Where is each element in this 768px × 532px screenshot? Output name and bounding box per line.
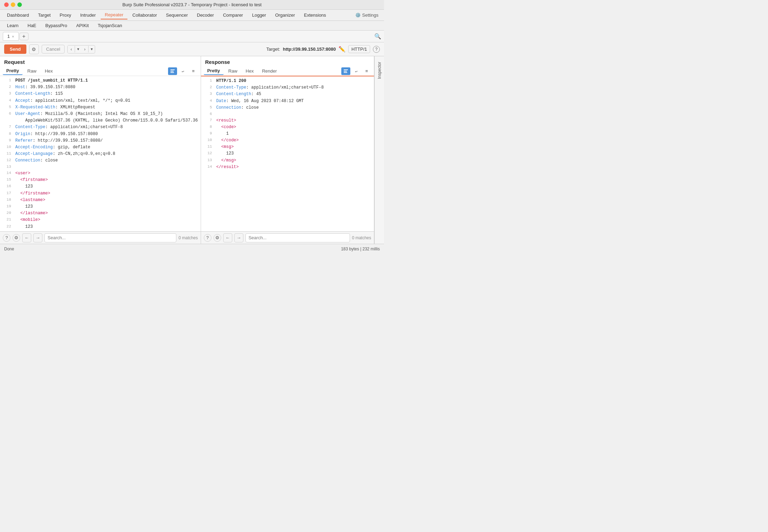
close-button[interactable] — [4, 2, 9, 7]
add-tab-button[interactable]: + — [19, 33, 28, 40]
code-line: 4 Date: Wed, 16 Aug 2023 07:48:12 GMT — [201, 98, 374, 105]
request-tab-pretty[interactable]: Pretty — [3, 67, 23, 75]
nav-intruder[interactable]: Intruder — [76, 11, 100, 19]
request-search-input[interactable] — [44, 233, 176, 242]
request-help-icon[interactable]: ? — [3, 234, 10, 242]
response-panel: Response Pretty Raw Hex Render ↵ ≡ 1 HTT… — [201, 56, 374, 244]
response-help-icon[interactable]: ? — [204, 234, 211, 242]
minimize-button[interactable] — [11, 2, 15, 7]
code-line: 11 <msg> — [201, 144, 374, 150]
inspector-sidebar[interactable]: Inspector — [374, 56, 384, 244]
nav-dashboard[interactable]: Dashboard — [3, 11, 33, 19]
request-more-icon[interactable]: ≡ — [189, 67, 198, 75]
response-tab-raw[interactable]: Raw — [225, 67, 241, 75]
nav-hae[interactable]: HaE — [23, 22, 40, 30]
edit-target-icon[interactable]: ✏️ — [339, 46, 345, 52]
code-line: 6 — [201, 111, 374, 117]
response-tab-pretty[interactable]: Pretty — [204, 67, 224, 75]
nav-forward-dropdown[interactable]: ▼ — [88, 46, 95, 52]
code-line: 9 1 — [201, 131, 374, 137]
response-tab-hex[interactable]: Hex — [242, 67, 257, 75]
inspector-label[interactable]: Inspector — [377, 59, 382, 82]
code-line: 2 Content-Type: application/xml;charset=… — [201, 84, 374, 91]
request-code[interactable]: 1 POST /just_sumbit_it HTTP/1.1 2 Host: … — [0, 76, 201, 231]
code-line: 12 Connection: close — [0, 157, 201, 164]
response-search-input[interactable] — [245, 233, 350, 242]
code-line: 8 <code> — [201, 124, 374, 131]
tab-close-icon[interactable]: × — [12, 34, 14, 39]
send-button[interactable]: Send — [4, 44, 26, 54]
response-matches-count: 0 matches — [352, 235, 371, 240]
nav-back-dropdown[interactable]: ▼ — [75, 46, 81, 52]
help-icon[interactable]: ? — [373, 46, 380, 53]
repeater-tabs: 1 × + 🔍 — [0, 31, 384, 42]
request-tab-raw[interactable]: Raw — [24, 67, 40, 75]
status-info: 183 bytes | 232 millis — [341, 247, 380, 251]
tabs-search-icon[interactable]: 🔍 — [374, 33, 381, 40]
nav-bypasspro[interactable]: BypassPro — [41, 22, 72, 30]
request-prev-button[interactable]: ← — [22, 233, 31, 242]
nav-repeater[interactable]: Repeater — [101, 11, 127, 19]
nav-tsojanscan[interactable]: TsjojanScan — [94, 22, 126, 30]
code-line: 3 Content-Length: 45 — [201, 91, 374, 98]
code-line: 16 123 — [0, 183, 201, 190]
nav-collaborator[interactable]: Collaborator — [128, 11, 161, 19]
request-next-button[interactable]: → — [33, 233, 42, 242]
response-word-wrap-icon[interactable] — [341, 67, 350, 75]
response-next-button[interactable]: → — [234, 233, 243, 242]
status-text: Done — [4, 247, 14, 251]
response-more-icon[interactable]: ≡ — [362, 67, 371, 75]
request-newline-icon[interactable]: ↵ — [178, 67, 187, 75]
target-info: Target: http://39.99.150.157:8080 ✏️ HTT… — [266, 45, 380, 53]
cancel-button[interactable]: Cancel — [42, 45, 65, 53]
target-prefix: Target: — [266, 47, 280, 52]
request-word-wrap-icon[interactable] — [168, 67, 177, 75]
nav-back-button[interactable]: ‹ — [68, 45, 75, 53]
tab-label: 1 — [7, 34, 10, 39]
repeater-tab-1[interactable]: 1 × — [3, 32, 19, 41]
history-nav: ‹ ▼ › ▼ — [67, 45, 95, 53]
nav-extensions[interactable]: Extensions — [300, 11, 331, 19]
code-line: 18 <lastname> — [0, 197, 201, 203]
send-options-button[interactable]: ⚙ — [29, 44, 39, 54]
code-line: 2 Host: 39.99.150.157:8080 — [0, 84, 201, 91]
code-line: 13 — [0, 164, 201, 170]
request-tabs: Pretty Raw Hex ↵ ≡ — [0, 66, 201, 76]
code-line: 9 Referer: http://39.99.150.157:8080/ — [0, 138, 201, 144]
http-version-selector[interactable]: HTTP/1 — [348, 45, 370, 53]
nav-learn[interactable]: Learn — [3, 22, 23, 30]
nav-organizer[interactable]: Organizer — [271, 11, 299, 19]
nav-sequencer[interactable]: Sequencer — [162, 11, 192, 19]
request-tab-hex[interactable]: Hex — [41, 67, 56, 75]
nav-logger[interactable]: Logger — [248, 11, 270, 19]
code-line: 12 123 — [201, 150, 374, 157]
response-code[interactable]: 1 HTTP/1.1 200 2 Content-Type: applicati… — [201, 76, 374, 231]
response-prev-button[interactable]: ← — [223, 233, 232, 242]
nav-decoder[interactable]: Decoder — [193, 11, 218, 19]
code-line: 1 POST /just_sumbit_it HTTP/1.1 — [0, 77, 201, 84]
code-line: 6 User-Agent: Mozilla/5.0 (Macintosh; In… — [0, 111, 201, 117]
code-line: 15 <firstname> — [0, 177, 201, 183]
code-line: 7 Content-Type: application/xml;charset=… — [0, 124, 201, 131]
nav-target[interactable]: Target — [34, 11, 55, 19]
code-line: 10 </code> — [201, 137, 374, 144]
svg-rect-0 — [170, 69, 175, 70]
response-newline-icon[interactable]: ↵ — [352, 67, 361, 75]
target-url: http://39.99.150.157:8080 — [283, 47, 336, 52]
gear-icon: ⚙ — [32, 47, 36, 52]
response-settings-icon[interactable]: ⚙ — [214, 234, 221, 242]
titlebar: Burp Suite Professional v2023.7 - Tempor… — [0, 0, 384, 10]
request-settings-icon[interactable]: ⚙ — [12, 234, 20, 242]
nav-forward-button[interactable]: › — [81, 45, 88, 53]
settings-label: Settings — [362, 13, 378, 18]
nav-apikit[interactable]: APIKit — [72, 22, 93, 30]
nav-proxy[interactable]: Proxy — [56, 11, 75, 19]
maximize-button[interactable] — [17, 2, 22, 7]
response-bottom-bar: ? ⚙ ← → 0 matches — [201, 231, 374, 244]
code-line: 14 </result> — [201, 164, 374, 171]
code-line: 8 Origin: http://39.99.150.157:8080 — [0, 131, 201, 138]
code-line: 14 <user> — [0, 170, 201, 177]
response-tab-render[interactable]: Render — [259, 67, 281, 75]
settings-button[interactable]: ⚙️ Settings — [352, 11, 381, 19]
nav-comparer[interactable]: Comparer — [219, 11, 247, 19]
